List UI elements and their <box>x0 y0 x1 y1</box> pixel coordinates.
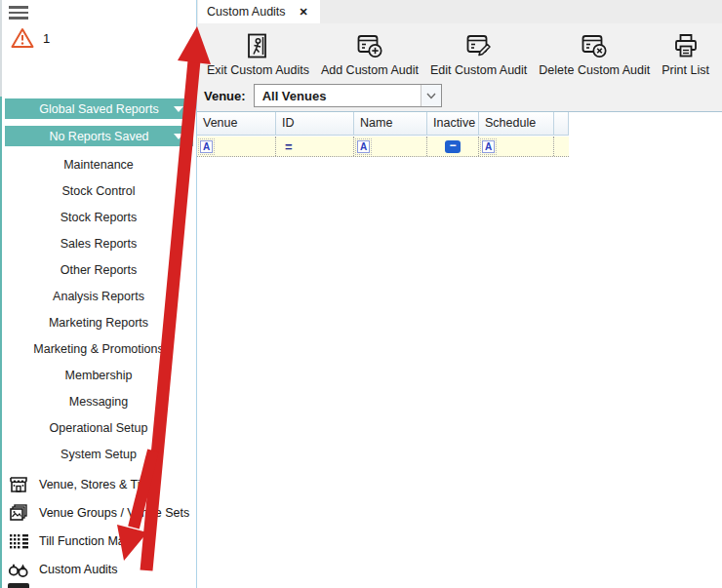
toolbar-button-label: Exit Custom Audits <box>207 63 309 77</box>
column-header-id[interactable]: ID <box>276 112 354 136</box>
filter-cell-filler <box>554 137 569 156</box>
text-filter-icon[interactable]: A <box>200 140 213 153</box>
sidebar-tools: Venue, Stores & Tills Venue Groups / Ven… <box>0 470 197 583</box>
column-header-venue[interactable]: Venue <box>197 112 276 136</box>
sidebar-item-label: Custom Audits <box>39 563 118 576</box>
sidebar-item-label: Venue Groups / Venue Sets <box>39 506 189 520</box>
venue-dropdown[interactable]: All Venues <box>254 84 442 107</box>
sidebar-item-marketing-reports[interactable]: Marketing Reports <box>0 310 197 336</box>
toolbar-button-label: Print List <box>662 63 709 77</box>
sidebar-item-stock-control[interactable]: Stock Control <box>0 178 197 205</box>
menu-icon[interactable] <box>9 6 28 20</box>
filter-cell-id[interactable]: = <box>276 137 354 156</box>
chevron-down-icon <box>426 93 436 99</box>
add-custom-audit-button[interactable]: Add Custom Audit <box>315 29 424 79</box>
toolbar-button-label: Delete Custom Audit <box>539 63 650 77</box>
sidebar-item-sales-reports[interactable]: Sales Reports <box>0 231 197 257</box>
tab-strip: Custom Audits ✕ <box>197 0 722 23</box>
printer-icon <box>671 31 701 60</box>
storefront-icon <box>8 474 29 495</box>
till-function-map-icon <box>8 530 29 552</box>
text-filter-icon[interactable]: A <box>482 140 495 153</box>
venue-dropdown-value: All Venues <box>255 89 421 103</box>
toolbar: Exit Custom Audits Add Custom Audit <box>197 23 722 111</box>
sidebar-item-maintenance[interactable]: Maintenance <box>0 152 197 178</box>
filter-cell-inactive[interactable]: − <box>427 137 479 156</box>
global-saved-reports-label: Global Saved Reports <box>39 102 158 116</box>
tab-custom-audits[interactable]: Custom Audits ✕ <box>198 0 320 23</box>
sidebar-item-messaging[interactable]: Messaging <box>0 389 197 415</box>
toolbar-button-label: Edit Custom Audit <box>430 63 527 77</box>
tab-label: Custom Audits <box>207 5 286 19</box>
chevron-down-icon <box>174 134 183 139</box>
sidebar-item-operational-setup[interactable]: Operational Setup <box>0 415 197 442</box>
filter-cell-schedule[interactable]: A <box>479 137 554 156</box>
edit-audit-icon <box>464 31 494 60</box>
sidebar-item-label: Venue, Stores & Tills <box>39 478 151 491</box>
toolbar-button-label: Add Custom Audit <box>321 63 419 77</box>
grid-filter-row: A = A − A <box>197 137 569 157</box>
sidebar-item-analysis-reports[interactable]: Analysis Reports <box>0 284 197 310</box>
handcuffs-icon <box>8 559 29 580</box>
exit-custom-audits-button[interactable]: Exit Custom Audits <box>201 29 315 79</box>
filter-cell-venue[interactable]: A <box>197 137 276 156</box>
warning-row: 1 <box>11 27 50 49</box>
partially-visible-item-icon <box>8 583 29 588</box>
exit-door-icon <box>243 31 272 60</box>
venue-filter-row: Venue: All Venues <box>204 84 442 107</box>
sidebar-left-border-top <box>0 0 2 97</box>
add-audit-icon <box>355 31 384 60</box>
no-reports-saved-label: No Reports Saved <box>49 130 148 143</box>
no-reports-saved-bar[interactable]: No Reports Saved <box>5 126 193 146</box>
warning-icon[interactable] <box>11 27 34 49</box>
sidebar-item-other-reports[interactable]: Other Reports <box>0 257 197 284</box>
chevron-down-icon <box>174 106 183 112</box>
column-header-schedule[interactable]: Schedule <box>479 112 554 136</box>
text-filter-icon[interactable]: A <box>357 140 370 153</box>
warning-count: 1 <box>43 31 50 46</box>
dropdown-button[interactable] <box>421 85 441 106</box>
global-saved-reports-bar[interactable]: Global Saved Reports <box>5 98 193 119</box>
sidebar-item-marketing-promotions[interactable]: Marketing & Promotions <box>0 336 197 363</box>
sidebar-menu: Maintenance Stock Control Stock Reports … <box>0 152 197 468</box>
delete-audit-icon <box>580 31 609 60</box>
sidebar-item-venue-groups[interactable]: Venue Groups / Venue Sets <box>0 498 197 527</box>
sidebar-item-stock-reports[interactable]: Stock Reports <box>0 205 197 231</box>
edit-custom-audit-button[interactable]: Edit Custom Audit <box>424 29 533 79</box>
tristate-minus-icon[interactable]: − <box>445 140 461 153</box>
sidebar-item-custom-audits[interactable]: Custom Audits <box>0 555 197 583</box>
toolbar-buttons: Exit Custom Audits Add Custom Audit <box>201 29 715 79</box>
sidebar-item-label: Till Function Map <box>39 534 132 548</box>
column-header-name[interactable]: Name <box>354 112 427 136</box>
grid-header-row: Venue ID Name Inactive Schedule <box>197 112 569 136</box>
sidebar: 1 Global Saved Reports No Reports Saved … <box>0 0 197 588</box>
equals-filter-icon[interactable]: = <box>285 139 293 154</box>
venue-label: Venue: <box>204 89 246 103</box>
sidebar-item-membership[interactable]: Membership <box>0 363 197 389</box>
column-header-inactive[interactable]: Inactive <box>427 112 479 136</box>
venue-groups-icon <box>8 502 29 524</box>
close-icon[interactable]: ✕ <box>300 6 308 19</box>
sidebar-item-venue-stores-tills[interactable]: Venue, Stores & Tills <box>0 470 197 498</box>
delete-custom-audit-button[interactable]: Delete Custom Audit <box>533 29 656 79</box>
print-list-button[interactable]: Print List <box>656 29 715 79</box>
sidebar-item-system-setup[interactable]: System Setup <box>0 442 197 468</box>
sidebar-item-till-function-map[interactable]: Till Function Map <box>0 527 197 555</box>
filter-cell-name[interactable]: A <box>354 137 427 156</box>
column-header-filler <box>554 112 569 136</box>
